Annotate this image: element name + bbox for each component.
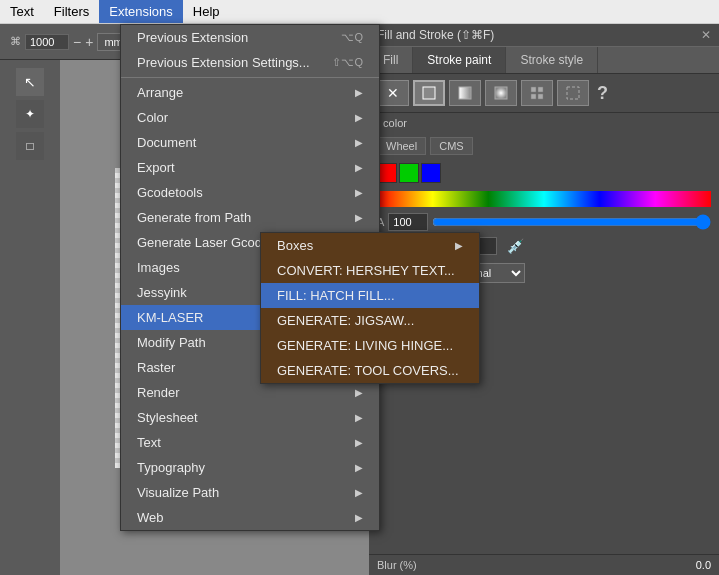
submenu-arrow: ▶	[355, 412, 363, 423]
color-gradient-bar[interactable]	[377, 191, 711, 207]
km-fill-hatch[interactable]: FILL: HATCH FILL...	[261, 283, 479, 308]
menu-item-label: Arrange	[137, 85, 183, 100]
submenu-arrow: ▶	[455, 240, 463, 251]
menu-document[interactable]: Document ▶	[121, 130, 379, 155]
menu-typography[interactable]: Typography ▶	[121, 455, 379, 480]
km-generate-jigsaw[interactable]: GENERATE: JIGSAW...	[261, 308, 479, 333]
coord-label: ⌘	[10, 35, 21, 48]
tab-wheel[interactable]: Wheel	[377, 137, 426, 155]
menu-generate-from-path[interactable]: Generate from Path ▶	[121, 205, 379, 230]
menu-stylesheet[interactable]: Stylesheet ▶	[121, 405, 379, 430]
menu-visualize-path[interactable]: Visualize Path ▶	[121, 480, 379, 505]
menu-item-label: Previous Extension	[137, 30, 248, 45]
fill-linear-btn[interactable]	[449, 80, 481, 106]
svg-rect-13	[531, 87, 536, 92]
menu-item-label: KM-LASER	[137, 310, 203, 325]
menu-item-label: Jessyink	[137, 285, 187, 300]
menu-help[interactable]: Help	[183, 0, 230, 23]
opacity-slider[interactable]	[432, 216, 711, 228]
submenu-arrow: ▶	[355, 112, 363, 123]
fill-buttons: ✕ ?	[369, 74, 719, 113]
menu-bar: Text Filters Extensions Help	[0, 0, 719, 24]
submenu-arrow: ▶	[355, 512, 363, 523]
shortcut-label: ⇧⌥Q	[332, 56, 363, 69]
swatch-green[interactable]	[399, 163, 419, 183]
menu-item-label: Images	[137, 260, 180, 275]
blur-label: Blur (%)	[377, 559, 417, 571]
panel-tabs: Fill Stroke paint Stroke style	[369, 47, 719, 74]
km-boxes[interactable]: Boxes ▶	[261, 233, 479, 258]
minus-btn[interactable]: −	[73, 34, 81, 50]
swatch-blue[interactable]	[421, 163, 441, 183]
svg-rect-10	[423, 87, 435, 99]
tab-stroke-style[interactable]: Stroke style	[506, 47, 598, 73]
panel-close-icon[interactable]: ✕	[701, 28, 711, 42]
menu-item-label: Visualize Path	[137, 485, 219, 500]
menu-item-label: Modify Path	[137, 335, 206, 350]
eyedropper-icon[interactable]: 💉	[507, 238, 524, 254]
menu-text[interactable]: Text	[0, 0, 44, 23]
fill-swatch-btn[interactable]	[557, 80, 589, 106]
svg-rect-15	[531, 94, 536, 99]
km-item-label: GENERATE: LIVING HINGE...	[277, 338, 453, 353]
wheel-cms-tabs: Wheel CMS	[369, 133, 719, 159]
app-area: ⌘ − + mm px in 🔓 🔒 0 10 20 30 ↖ ✦ □	[0, 24, 719, 575]
menu-separator-1	[121, 77, 379, 78]
menu-item-label: Previous Extension Settings...	[137, 55, 310, 70]
km-item-label: GENERATE: TOOL COVERS...	[277, 363, 459, 378]
plus-btn[interactable]: +	[85, 34, 93, 50]
km-convert-hershey[interactable]: CONVERT: HERSHEY TEXT...	[261, 258, 479, 283]
blur-value: 0.0	[696, 559, 711, 571]
menu-item-label: Document	[137, 135, 196, 150]
tab-stroke-paint[interactable]: Stroke paint	[413, 47, 506, 73]
swatch-red[interactable]	[377, 163, 397, 183]
menu-item-label: Typography	[137, 460, 205, 475]
menu-arrange[interactable]: Arrange ▶	[121, 80, 379, 105]
submenu-arrow: ▶	[355, 162, 363, 173]
menu-color[interactable]: Color ▶	[121, 105, 379, 130]
menu-gcodetools[interactable]: Gcodetools ▶	[121, 180, 379, 205]
menu-item-label: Render	[137, 385, 180, 400]
km-item-label: FILL: HATCH FILL...	[277, 288, 395, 303]
menu-item-label: Export	[137, 160, 175, 175]
submenu-arrow: ▶	[355, 87, 363, 98]
coord-input[interactable]	[25, 34, 69, 50]
menu-previous-extension-settings[interactable]: Previous Extension Settings... ⇧⌥Q	[121, 50, 379, 75]
fill-x-btn[interactable]: ✕	[377, 80, 409, 106]
menu-text[interactable]: Text ▶	[121, 430, 379, 455]
tool-select[interactable]: ↖	[16, 68, 44, 96]
svg-rect-12	[495, 87, 507, 99]
menu-extensions[interactable]: Extensions	[99, 0, 183, 23]
submenu-arrow: ▶	[355, 487, 363, 498]
menu-web[interactable]: Web ▶	[121, 505, 379, 530]
fill-flat-btn[interactable]	[413, 80, 445, 106]
menu-export[interactable]: Export ▶	[121, 155, 379, 180]
menu-item-label: Web	[137, 510, 164, 525]
tool-rect[interactable]: □	[16, 132, 44, 160]
submenu-arrow: ▶	[355, 137, 363, 148]
menu-previous-extension[interactable]: Previous Extension ⌥Q	[121, 25, 379, 50]
menu-item-label: Gcodetools	[137, 185, 203, 200]
color-label-section: t color	[369, 113, 719, 133]
tool-node[interactable]: ✦	[16, 100, 44, 128]
menu-filters[interactable]: Filters	[44, 0, 99, 23]
left-toolbar: ↖ ✦ □	[0, 60, 60, 575]
svg-rect-17	[567, 87, 579, 99]
submenu-arrow: ▶	[355, 387, 363, 398]
fill-unknown-btn[interactable]: ?	[597, 83, 608, 104]
opacity-input[interactable]	[388, 213, 428, 231]
km-item-label: GENERATE: JIGSAW...	[277, 313, 414, 328]
shortcut-label: ⌥Q	[341, 31, 363, 44]
fill-pattern-btn[interactable]	[521, 80, 553, 106]
menu-item-label: Stylesheet	[137, 410, 198, 425]
km-generate-living-hinge[interactable]: GENERATE: LIVING HINGE...	[261, 333, 479, 358]
menu-item-label: Raster	[137, 360, 175, 375]
panel-title: Fill and Stroke (⇧⌘F)	[377, 28, 494, 42]
tab-cms[interactable]: CMS	[430, 137, 472, 155]
menu-item-label: Generate from Path	[137, 210, 251, 225]
km-item-label: Boxes	[277, 238, 313, 253]
km-generate-tool-covers[interactable]: GENERATE: TOOL COVERS...	[261, 358, 479, 383]
svg-rect-14	[538, 87, 543, 92]
color-label: t color	[377, 117, 407, 129]
fill-radial-btn[interactable]	[485, 80, 517, 106]
